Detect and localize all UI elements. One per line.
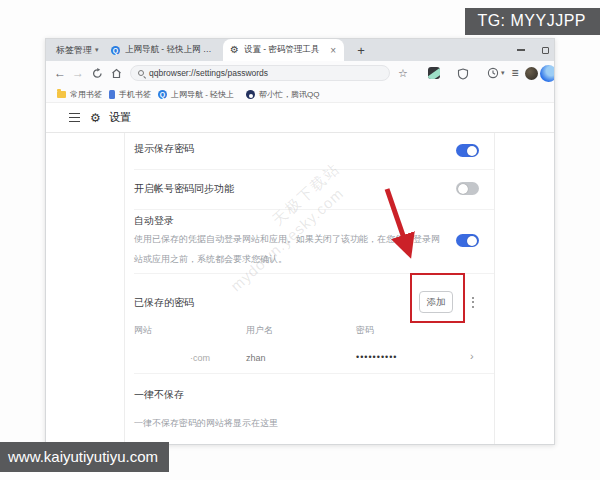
tab-label: 设置 - 密码管理工具 [244,44,324,56]
watermark-site: www.kaiyutiyutiyu.com [0,442,169,472]
cell-password: •••••••••• [356,352,398,362]
url-text: qqbrowser://settings/passwords [149,68,268,78]
toggle-knob [458,184,468,194]
search-icon [138,70,144,76]
address-bar[interactable]: qqbrowser://settings/passwords [130,65,390,81]
row-divider [134,373,494,374]
settings-page: ⚙ 设置 提示保存密码 开启帐号密码同步功能 自动登录 使用已保存的凭据自动登录… [46,103,554,444]
tab-nav-home[interactable]: Q 上网导航 - 轻快上网 从这里开始 [104,39,220,61]
history-button[interactable]: ▾ [487,61,505,85]
column-header-password: 密码 [356,324,374,337]
bookmark-label: 帮小忙，腾讯QQ [259,89,319,100]
setting-desc-auto-login: 使用已保存的凭据自动登录网站和应用。如果关闭了该功能，在您每次登录网站或应用之前… [134,229,448,269]
close-icon[interactable]: × [329,45,337,56]
page-title: 设置 [109,110,131,125]
night-mode-icon[interactable] [428,67,440,79]
bookmark-label: 手机书签 [119,89,151,100]
qq-browser-icon: Q [111,46,120,55]
tab-settings[interactable]: ⚙ 设置 - 密码管理工具 × [223,39,344,61]
back-button[interactable]: ← [52,61,68,85]
bookmark-nav[interactable]: Q 上网导航 - 轻快上 [158,85,234,103]
minimize-icon [517,49,525,51]
history-clock-icon [487,67,499,79]
never-save-hint: 一律不保存密码的网站将显示在这里 [134,416,448,430]
cell-username: zhan [246,353,266,363]
browser-toolbar: ← → qqbrowser://settings/passwords ☆ ▾ ≡ [46,61,554,85]
setting-label-sync: 开启帐号密码同步功能 [134,182,234,196]
maximize-button[interactable] [535,39,555,61]
section-label-never-save: 一律不保存 [134,388,184,402]
row-divider [134,209,494,210]
maximize-icon [542,47,549,54]
tab-manager-label: 标签管理 [56,44,92,57]
qq-penguin-icon [246,90,255,99]
chevron-right-icon[interactable]: › [470,350,474,362]
reload-icon[interactable] [92,68,103,79]
more-options-button[interactable] [467,292,479,312]
setting-label-save-prompt: 提示保存密码 [134,142,194,156]
watermark-telegram: TG: MYYJJPP [465,8,600,35]
chevron-down-icon: ▾ [95,46,99,54]
content-divider-left [124,133,125,444]
avatar[interactable] [525,67,538,80]
toggle-sync[interactable] [456,182,479,195]
home-icon[interactable] [111,68,122,79]
bookmark-star-icon[interactable]: ☆ [394,61,412,85]
hamburger-icon[interactable] [69,113,80,123]
row-divider [134,169,494,170]
column-header-username: 用户名 [246,324,273,337]
forward-button[interactable]: → [70,61,86,85]
phone-icon [109,90,115,99]
chevron-down-icon: ▾ [501,69,505,77]
minimize-button[interactable] [511,39,531,61]
tab-manager-button[interactable]: 标签管理 ▾ [56,39,99,61]
tab-strip: 标签管理 ▾ Q 上网导航 - 轻快上网 从这里开始 ⚙ 设置 - 密码管理工具… [46,39,554,61]
bookmark-folder-common[interactable]: 常用书签 [57,85,102,103]
settings-header: ⚙ 设置 [46,103,554,133]
cell-website: ·com [190,353,210,363]
toggle-knob [467,146,477,156]
tab-label: 上网导航 - 轻快上网 从这里开始 [125,44,213,56]
toggle-save-prompt[interactable] [456,144,479,157]
browser-window: 标签管理 ▾ Q 上网导航 - 轻快上网 从这里开始 ⚙ 设置 - 密码管理工具… [45,38,555,445]
assistant-button[interactable] [540,65,555,82]
bookmarks-bar: 常用书签 手机书签 Q 上网导航 - 轻快上 帮小忙，腾讯QQ [46,85,554,103]
gear-icon: ⚙ [90,111,101,125]
content-divider-right [494,133,495,444]
bookmark-qq-help[interactable]: 帮小忙，腾讯QQ [246,85,319,103]
bookmark-label: 上网导航 - 轻快上 [171,89,234,100]
column-header-website: 网站 [134,324,152,337]
toggle-knob [467,236,477,246]
annotation-box [410,273,465,323]
bookmark-folder-mobile[interactable]: 手机书签 [109,85,151,103]
new-tab-button[interactable]: + [351,39,371,61]
menu-icon[interactable]: ≡ [507,61,523,85]
gear-icon: ⚙ [230,45,239,55]
toggle-auto-login[interactable] [456,234,479,247]
shield-icon[interactable] [457,68,469,80]
bookmark-label: 常用书签 [70,89,102,100]
folder-icon [57,91,66,98]
qq-browser-icon: Q [158,90,167,99]
setting-label-auto-login: 自动登录 [134,214,174,228]
section-label-saved-passwords: 已保存的密码 [134,296,194,310]
